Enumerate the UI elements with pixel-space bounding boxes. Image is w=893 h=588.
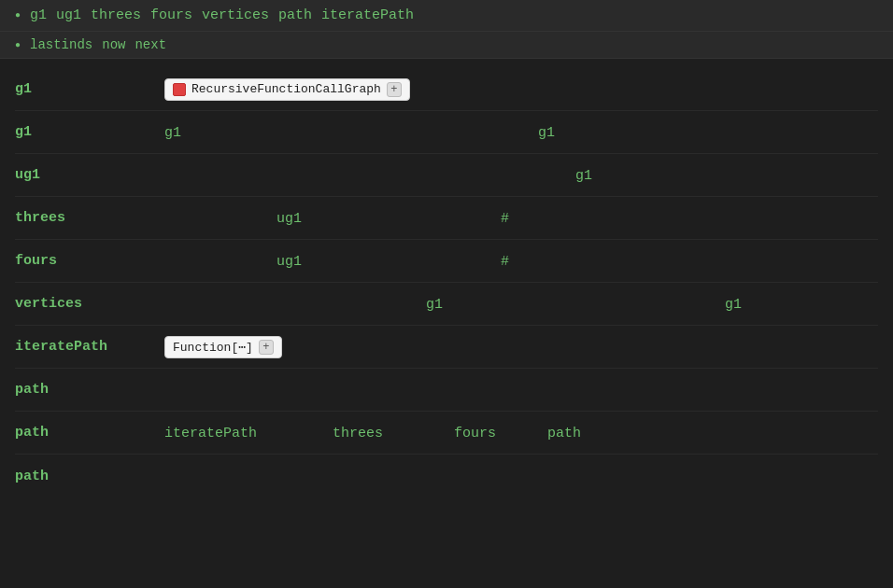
threes-hash: # (501, 210, 509, 226)
topbar-item-g1[interactable]: g1 (30, 7, 47, 23)
row-g1-widget: g1 RecursiveFunctionCallGraph + (15, 68, 878, 111)
g1-ref-2: g1 (538, 124, 555, 140)
path-iteratepath-ref: iteratePath (164, 425, 257, 441)
row-path-refs: path iteratePath threes fours path (15, 412, 878, 455)
threes-ug1-ref: ug1 (276, 210, 302, 226)
symbol-threes: threes (15, 203, 164, 233)
row-g1-refs: g1 g1 g1 (15, 111, 878, 154)
widget-icon (173, 83, 186, 96)
function-widget-label: Function[⋯] (173, 340, 253, 355)
path-refs-content: iteratePath threes fours path (164, 415, 878, 450)
vertices-g1-ref-2: g1 (725, 296, 742, 312)
threes-content: ug1 # (164, 201, 878, 235)
page-container: ● g1 ug1 threes fours vertices path iter… (0, 0, 893, 588)
vertices-g1-ref-1: g1 (426, 296, 443, 312)
ug1-g1-ref: g1 (575, 167, 592, 183)
symbol-path-2: path (15, 417, 164, 448)
row-ug1: ug1 g1 (15, 154, 878, 197)
topbar-item-fours[interactable]: fours (150, 7, 192, 23)
topbar-item-vertices[interactable]: vertices (202, 7, 269, 23)
fours-content: ug1 # (164, 244, 878, 278)
ug1-content: g1 (164, 158, 878, 192)
secondbar-item-now[interactable]: now (102, 37, 125, 52)
row-vertices: vertices g1 g1 (15, 283, 878, 326)
topbar-item-ug1[interactable]: ug1 (56, 7, 81, 23)
main-content: g1 RecursiveFunctionCallGraph + g1 g1 g1… (0, 59, 893, 507)
row-threes: threes ug1 # (15, 197, 878, 240)
path-fours-ref: fours (454, 425, 496, 441)
fours-hash: # (501, 253, 509, 269)
second-bar: ● lastinds now next (0, 32, 893, 59)
fours-ug1-ref: ug1 (276, 253, 302, 269)
g1-ref-1: g1 (164, 124, 181, 140)
path-threes-ref: threes (333, 425, 383, 441)
topbar-item-iteratepath[interactable]: iteratePath (321, 7, 414, 23)
symbol-iteratepath: iteratePath (15, 331, 164, 362)
topbar-bullet: ● (15, 10, 21, 21)
row-fours: fours ug1 # (15, 240, 878, 283)
g1-widget-content: RecursiveFunctionCallGraph + (164, 78, 878, 101)
symbol-ug1: ug1 (15, 160, 164, 190)
symbol-vertices: vertices (15, 288, 164, 319)
symbol-path-3: path (15, 461, 164, 492)
recursive-function-call-graph-widget[interactable]: RecursiveFunctionCallGraph + (164, 78, 410, 101)
symbol-fours: fours (15, 245, 164, 276)
vertices-content: g1 g1 (164, 287, 878, 321)
g1-refs-content: g1 g1 (164, 115, 878, 149)
function-widget-plus[interactable]: + (259, 340, 274, 355)
topbar-item-path[interactable]: path (278, 7, 312, 23)
row-path-empty2: path (15, 455, 878, 497)
widget-label: RecursiveFunctionCallGraph (191, 82, 381, 96)
path-path-ref: path (547, 425, 581, 441)
function-widget[interactable]: Function[⋯] + (164, 336, 282, 358)
iteratepath-widget-content: Function[⋯] + (164, 336, 878, 358)
secondbar-bullet: ● (15, 40, 21, 50)
symbol-g1-widget: g1 (15, 74, 164, 105)
secondbar-item-lastinds[interactable]: lastinds (30, 37, 92, 52)
secondbar-item-next[interactable]: next (135, 37, 166, 52)
symbol-path-1: path (15, 374, 164, 405)
widget-plus-button[interactable]: + (387, 82, 402, 97)
row-path-empty: path (15, 369, 878, 412)
top-bar: ● g1 ug1 threes fours vertices path iter… (0, 0, 893, 32)
symbol-g1-refs: g1 (15, 117, 164, 147)
topbar-item-threes[interactable]: threes (91, 7, 141, 23)
row-iteratepath-widget: iteratePath Function[⋯] + (15, 326, 878, 369)
